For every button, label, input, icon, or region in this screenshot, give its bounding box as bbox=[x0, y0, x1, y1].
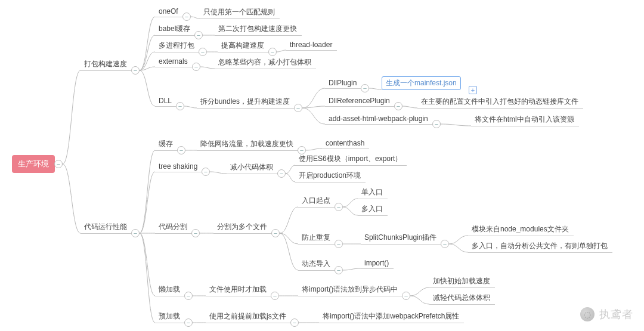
desc-preload: 使用之前提前加载js文件 bbox=[206, 310, 291, 323]
collapse-icon[interactable]: − bbox=[131, 229, 140, 237]
desc-dll: 拆分bundles，提升构建速度 bbox=[197, 95, 295, 109]
node-build-speed[interactable]: 打包构建速度 bbox=[80, 58, 132, 71]
collapse-icon[interactable]: − bbox=[441, 240, 449, 248]
node-dup[interactable]: 防止重复 bbox=[298, 231, 335, 245]
collapse-icon[interactable]: − bbox=[184, 292, 193, 300]
val-multi-entry-analyze: 多入口，自动分析公共文件，有则单独打包 bbox=[468, 240, 612, 253]
desc-externals: 忽略某些内容，减小打包体积 bbox=[215, 56, 316, 69]
method-lazy: 将import()语法放到异步代码中 bbox=[298, 283, 402, 296]
node-cache[interactable]: 缓存 bbox=[155, 138, 178, 151]
collapse-icon[interactable]: − bbox=[184, 318, 193, 327]
desc-lazy: 文件使用时才加载 bbox=[206, 283, 271, 296]
collapse-icon[interactable]: − bbox=[290, 318, 299, 327]
node-dynamic-import[interactable]: 动态导入 bbox=[298, 258, 335, 271]
collapse-icon[interactable]: − bbox=[294, 104, 302, 112]
collapse-icon[interactable]: − bbox=[432, 120, 441, 128]
val-import-fn: import() bbox=[361, 258, 394, 269]
expand-icon[interactable]: + bbox=[469, 86, 477, 94]
node-code-split[interactable]: 代码分割 bbox=[155, 221, 192, 234]
node-externals[interactable]: externals bbox=[155, 56, 193, 67]
collapse-icon[interactable]: − bbox=[199, 48, 207, 56]
root-node[interactable]: 生产环境 bbox=[12, 155, 55, 173]
collapse-icon[interactable]: − bbox=[335, 240, 343, 248]
desc-oneof: 只使用第一个匹配规则 bbox=[200, 6, 280, 19]
collapse-icon[interactable]: − bbox=[271, 292, 279, 300]
val-splitchunks: SplitChunksPlugin插件 bbox=[361, 231, 441, 245]
desc-code-split: 分割为多个文件 bbox=[213, 221, 272, 234]
collapse-icon[interactable]: − bbox=[394, 102, 402, 110]
desc-dllreference: 在主要的配置文件中引入打包好的动态链接库文件 bbox=[417, 95, 583, 109]
collapse-icon[interactable]: − bbox=[54, 160, 63, 168]
val-thread-loader: thread-loader bbox=[286, 39, 337, 51]
node-tree-shaking[interactable]: tree shaking bbox=[155, 161, 202, 172]
val-contenthash: contenthash bbox=[322, 138, 369, 149]
desc-cache: 降低网络流量，加载速度更快 bbox=[197, 138, 298, 151]
collapse-icon[interactable]: − bbox=[202, 168, 210, 176]
val-single-entry: 单入口 bbox=[358, 186, 388, 199]
desc-add-asset-plugin: 将文件在html中自动引入该资源 bbox=[471, 113, 579, 126]
node-oneof[interactable]: oneOf bbox=[155, 6, 183, 17]
node-entry[interactable]: 入口起点 bbox=[298, 194, 335, 208]
watermark-text: 执鸢者 bbox=[599, 307, 633, 321]
node-dll[interactable]: DLL bbox=[155, 95, 177, 107]
wechat-icon: ◌ bbox=[580, 307, 595, 321]
collapse-icon[interactable]: − bbox=[271, 229, 280, 237]
collapse-icon[interactable]: − bbox=[277, 169, 286, 178]
collapse-icon[interactable]: − bbox=[176, 102, 184, 110]
node-babel-cache[interactable]: babel缓存 bbox=[155, 23, 195, 36]
node-dllplugin[interactable]: DllPlugin bbox=[325, 78, 361, 89]
collapse-icon[interactable]: − bbox=[177, 146, 185, 154]
node-add-asset-plugin[interactable]: add-asset-html-webpack-plugin bbox=[325, 113, 433, 125]
desc-multi-process: 提高构建速度 bbox=[218, 39, 269, 52]
collapse-icon[interactable]: − bbox=[298, 146, 306, 154]
collapse-icon[interactable]: − bbox=[182, 13, 191, 21]
node-lazy[interactable]: 懒加载 bbox=[155, 283, 185, 296]
desc-tree-shaking: 减小代码体积 bbox=[227, 161, 278, 174]
val-lazy-faster: 加快初始加载速度 bbox=[429, 275, 495, 288]
collapse-icon[interactable]: − bbox=[268, 48, 277, 56]
val-multi-entry: 多入口 bbox=[358, 203, 388, 216]
collapse-icon[interactable]: − bbox=[361, 84, 369, 92]
collapse-icon[interactable]: − bbox=[402, 292, 410, 300]
collapse-icon[interactable]: − bbox=[335, 203, 343, 211]
method-preload: 将import()语法中添加webpackPrefetch属性 bbox=[319, 310, 464, 323]
val-production-env: 开启production环境 bbox=[295, 169, 366, 182]
collapse-icon[interactable]: − bbox=[335, 266, 343, 274]
node-multi-process[interactable]: 多进程打包 bbox=[155, 39, 199, 52]
collapse-icon[interactable]: − bbox=[131, 66, 140, 75]
node-preload[interactable]: 预加载 bbox=[155, 310, 185, 323]
desc-babel-cache: 第二次打包构建速度更快 bbox=[215, 23, 302, 36]
desc-dllplugin-box[interactable]: 生成一个mainfest.json bbox=[382, 76, 461, 90]
val-es6-modules: 使用ES6模块（import、export） bbox=[295, 153, 407, 166]
watermark: ◌ 执鸢者 bbox=[580, 307, 633, 321]
collapse-icon[interactable]: − bbox=[191, 229, 200, 237]
collapse-icon[interactable]: − bbox=[194, 31, 203, 39]
node-runtime-perf[interactable]: 代码运行性能 bbox=[80, 221, 132, 234]
val-node-modules: 模块来自node_modules文件夹 bbox=[468, 223, 574, 236]
val-lazy-smaller: 减轻代码总体体积 bbox=[429, 292, 495, 305]
node-dllreference[interactable]: DllReferencePlugin bbox=[325, 95, 395, 107]
collapse-icon[interactable]: − bbox=[192, 63, 200, 71]
